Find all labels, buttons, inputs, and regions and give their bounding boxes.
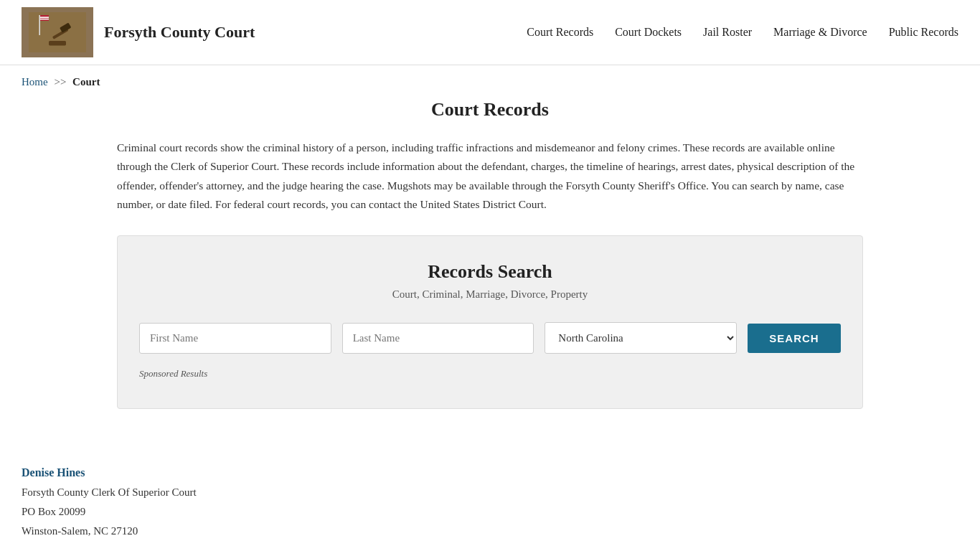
svg-rect-3 xyxy=(40,17,49,18)
contact-title: Forsyth County Clerk Of Superior Court xyxy=(22,483,958,502)
contact-address1: PO Box 20099 xyxy=(22,502,958,522)
contact-address2: Winston-Salem, NC 27120 xyxy=(22,522,958,541)
header-left: Forsyth County Court xyxy=(22,7,255,57)
breadcrumb-home[interactable]: Home xyxy=(22,76,48,88)
contact-name: Denise Hines xyxy=(22,466,958,479)
state-select[interactable]: AlabamaAlaskaArizonaArkansasCaliforniaCo… xyxy=(545,322,737,354)
main-content: Court Records Criminal court records sho… xyxy=(95,99,885,466)
footer-contact: Denise Hines Forsyth County Clerk Of Sup… xyxy=(0,466,980,541)
search-button[interactable]: SEARCH xyxy=(748,324,841,353)
page-description: Criminal court records show the criminal… xyxy=(117,138,863,214)
site-logo xyxy=(22,7,93,57)
search-subtitle: Court, Criminal, Marriage, Divorce, Prop… xyxy=(139,288,841,301)
sponsored-results: Sponsored Results xyxy=(139,368,841,380)
page-title: Court Records xyxy=(117,99,863,121)
nav-jail-roster[interactable]: Jail Roster xyxy=(703,26,752,39)
svg-rect-4 xyxy=(40,19,49,20)
last-name-input[interactable] xyxy=(342,323,534,354)
first-name-input[interactable] xyxy=(139,323,331,354)
contact-details: Forsyth County Clerk Of Superior Court P… xyxy=(22,483,958,541)
nav-court-records[interactable]: Court Records xyxy=(527,26,593,39)
svg-rect-7 xyxy=(49,41,66,45)
breadcrumb-separator: >> xyxy=(54,76,66,88)
search-container: Records Search Court, Criminal, Marriage… xyxy=(117,235,863,409)
search-title: Records Search xyxy=(139,261,841,283)
search-fields: AlabamaAlaskaArizonaArkansasCaliforniaCo… xyxy=(139,322,841,354)
site-header: Forsyth County Court Court Records Court… xyxy=(0,0,980,65)
main-nav: Court Records Court Dockets Jail Roster … xyxy=(527,26,958,39)
breadcrumb: Home >> Court xyxy=(0,65,980,99)
site-title: Forsyth County Court xyxy=(104,23,255,42)
breadcrumb-current: Court xyxy=(72,76,100,88)
nav-marriage-divorce[interactable]: Marriage & Divorce xyxy=(773,26,867,39)
nav-public-records[interactable]: Public Records xyxy=(889,26,958,39)
nav-court-dockets[interactable]: Court Dockets xyxy=(615,26,682,39)
svg-rect-0 xyxy=(29,12,86,52)
svg-rect-1 xyxy=(39,15,40,35)
